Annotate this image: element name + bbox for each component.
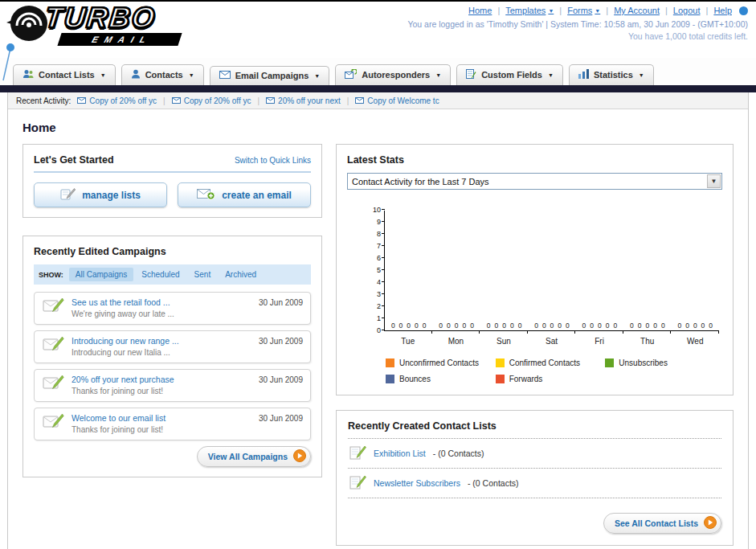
tab-sent[interactable]: Sent <box>188 268 218 281</box>
y-tick-label: 4 <box>377 279 381 286</box>
view-all-campaigns-button[interactable]: View All Campaigns <box>197 446 311 467</box>
campaign-text: 20% off your next purchase Thanks for jo… <box>72 375 174 395</box>
top-nav-logout[interactable]: Logout <box>673 6 701 15</box>
get-started-panel: Let's Get Started Switch to Quick Links … <box>22 144 322 218</box>
campaign-list: See us at the retail food ... We're givi… <box>34 292 311 440</box>
switch-quick-links-link[interactable]: Switch to Quick Links <box>235 156 311 165</box>
campaign-row[interactable]: Introducing our new range ... Introducin… <box>34 330 311 363</box>
legend-item: Unsubscribes <box>605 358 715 367</box>
chart-values-thu: 00000 <box>623 322 671 330</box>
page-title: Home <box>22 121 734 134</box>
show-label: SHOW: <box>39 271 63 279</box>
logo-antenna-icon <box>1 42 15 85</box>
recent-activity-item[interactable]: Copy of 20% off yc <box>77 96 157 105</box>
y-tick-mark <box>382 293 385 294</box>
x-tick-label: Sun <box>480 337 528 346</box>
y-tick-label: 3 <box>377 291 381 298</box>
envelope-icon <box>355 96 364 105</box>
recent-activity-label: Recent Activity: <box>16 96 71 105</box>
y-tick-mark <box>382 269 385 270</box>
contact-list-link[interactable]: Exhibition List <box>374 449 426 458</box>
see-all-contact-lists-button[interactable]: See All Contact Lists <box>603 513 721 534</box>
chart-value: 0 <box>455 322 459 330</box>
left-column: Let's Get Started Switch to Quick Links … <box>22 144 322 477</box>
chart-value: 0 <box>645 322 649 330</box>
top-nav-help[interactable]: Help <box>713 6 732 15</box>
tab-all-campaigns[interactable]: All Campaigns <box>69 268 133 281</box>
y-tick-mark <box>382 209 385 210</box>
contact-list-row[interactable]: Newsletter Subscribers - (0 Contacts) <box>348 469 721 498</box>
x-tick-label: Thu <box>623 337 672 346</box>
tab-archived[interactable]: Archived <box>219 268 263 281</box>
nav-tab-custom-fields[interactable]: Custom Fields ▼ <box>456 64 563 85</box>
nav-tab-autoresponders[interactable]: Autoresponders ▼ <box>335 64 451 85</box>
contact-list-row[interactable]: Exhibition List - (0 Contacts) <box>348 439 721 469</box>
y-tick-mark <box>382 330 385 330</box>
x-tick-mark <box>671 331 719 334</box>
contacts-icon <box>131 69 141 80</box>
separator: | <box>665 6 668 15</box>
email-campaigns-icon <box>219 71 231 80</box>
stats-range-select[interactable]: Contact Activity for the Last 7 Days ▼ <box>347 173 722 190</box>
nav-tab-contact-lists[interactable]: Contact Lists ▼ <box>13 64 116 85</box>
y-tick-label: 2 <box>377 303 381 310</box>
chart-plot: 00000000000000000000000000000000000 <box>384 211 719 331</box>
campaign-row[interactable]: 20% off your next purchase Thanks for jo… <box>34 369 311 402</box>
help-icon[interactable] <box>739 6 748 15</box>
header: TURBO EMAIL Home | Templates▼ | Forms▼ |… <box>0 2 756 58</box>
chart-values-wed: 00000 <box>672 322 719 330</box>
header-right: Home | Templates▼ | Forms▼ | My Account … <box>407 6 748 41</box>
create-email-button[interactable]: create an email <box>178 182 311 207</box>
tab-scheduled[interactable]: Scheduled <box>135 268 186 281</box>
manage-lists-button[interactable]: manage lists <box>34 182 167 207</box>
separator: | <box>347 96 349 105</box>
select-dropdown-arrow-icon: ▼ <box>707 174 721 188</box>
campaign-row[interactable]: See us at the retail food ... We're givi… <box>34 292 311 325</box>
campaign-title-link[interactable]: Introducing our new range ... <box>72 336 179 346</box>
campaign-title-link[interactable]: See us at the retail food ... <box>72 297 174 307</box>
campaign-row[interactable]: Welcome to our email list Thanks for joi… <box>34 408 311 440</box>
top-nav-my-account[interactable]: My Account <box>614 6 660 15</box>
campaign-subtitle: Introducing our new Italia ... <box>72 348 179 357</box>
recently-edited-campaigns-panel: Recently Edited Campaigns SHOW: All Camp… <box>22 236 322 477</box>
nav-tab-statistics[interactable]: Statistics ▼ <box>569 64 654 85</box>
separator: | <box>706 6 709 15</box>
nav-tab-contacts[interactable]: Contacts ▼ <box>121 64 204 85</box>
campaign-compose-icon <box>43 336 64 357</box>
campaign-text: Introducing our new range ... Introducin… <box>72 336 179 357</box>
chart-value: 0 <box>463 322 467 330</box>
chart-value: 0 <box>542 322 546 330</box>
top-nav-templates[interactable]: Templates▼ <box>505 6 554 15</box>
autoresponders-icon <box>345 69 357 80</box>
recent-contact-lists-panel: Recently Created Contact Lists Exhibitio… <box>336 410 734 546</box>
envelope-icon <box>266 96 275 105</box>
chart-value: 0 <box>550 322 554 330</box>
manage-lists-label: manage lists <box>82 190 141 201</box>
campaign-date: 30 Jun 2009 <box>259 375 303 384</box>
chart-value: 0 <box>502 322 506 330</box>
statistics-icon <box>578 69 589 80</box>
get-started-title: Let's Get Started <box>34 154 114 166</box>
campaign-compose-icon <box>43 375 64 395</box>
separator: | <box>257 96 259 105</box>
chart-value: 0 <box>693 322 697 330</box>
latest-stats-panel: Latest Stats Contact Activity for the La… <box>336 144 734 395</box>
legend-item: Confirmed Contacts <box>496 358 606 367</box>
top-nav-forms[interactable]: Forms▼ <box>567 6 600 15</box>
recent-activity-item[interactable]: 20% off your next <box>266 96 341 105</box>
nav-tab-email-campaigns[interactable]: Email Campaigns ▼ <box>210 66 330 85</box>
contact-list-link[interactable]: Newsletter Subscribers <box>374 478 460 488</box>
campaign-title-link[interactable]: 20% off your next purchase <box>72 375 174 384</box>
nav-tab-label: Custom Fields <box>481 70 542 80</box>
envelope-plus-icon <box>197 187 215 203</box>
campaign-subtitle: Thanks for joining our list! <box>72 425 166 434</box>
campaign-title-link[interactable]: Welcome to our email list <box>72 413 166 423</box>
chart-y-axis: 012345678910 <box>368 211 384 331</box>
chart-value: 0 <box>630 322 634 330</box>
recent-activity-item[interactable]: Copy of 20% off yc <box>172 96 251 105</box>
recent-activity-item[interactable]: Copy of Welcome tc <box>355 96 439 105</box>
envelope-icon <box>77 96 86 105</box>
chart-value: 0 <box>415 322 419 330</box>
top-nav-home[interactable]: Home <box>468 6 492 15</box>
x-tick-mark <box>432 331 480 334</box>
